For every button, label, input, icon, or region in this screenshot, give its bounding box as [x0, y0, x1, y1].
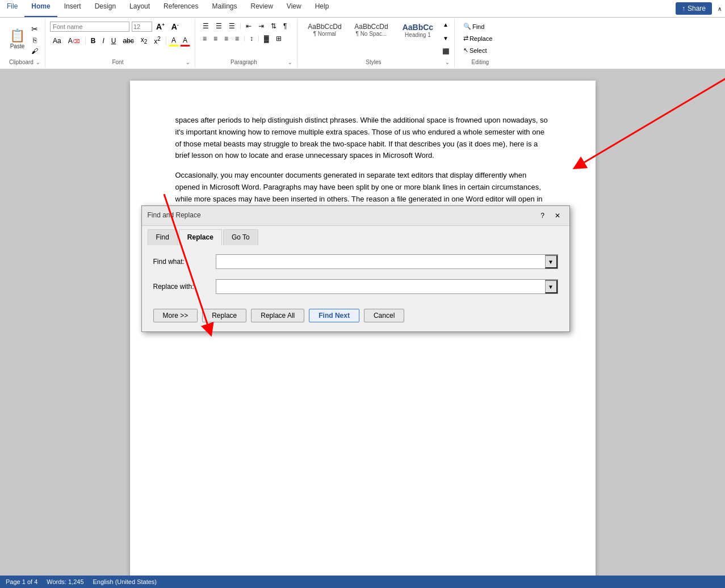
tab-home[interactable]: Home [24, 0, 57, 17]
align-center-button[interactable]: ≡ [211, 33, 220, 44]
replace-one-button[interactable]: Replace [202, 309, 246, 322]
red-arrow-heading [567, 69, 726, 188]
font-name-row: A+ A- [50, 21, 190, 32]
align-left-button[interactable]: ≡ [200, 33, 209, 44]
tab-layout[interactable]: Layout [123, 0, 157, 17]
tab-help[interactable]: Help [308, 0, 336, 17]
share-icon: ↑ [682, 5, 685, 12]
format-painter-button[interactable]: 🖌 [29, 46, 40, 56]
style-normal-preview: AaBbCcDd [306, 23, 343, 31]
font-name-input[interactable] [50, 22, 129, 32]
separator-3 [240, 23, 241, 29]
clipboard-expand-icon[interactable]: ⌄ [36, 60, 40, 65]
find-icon: 🔍 [463, 23, 471, 30]
line-spacing-button[interactable]: ↕ [247, 33, 256, 44]
tab-review[interactable]: Review [244, 0, 279, 17]
bullets-button[interactable]: ☰ [200, 21, 212, 31]
styles-scroll: AaBbCcDd ¶ Normal AaBbCcDd ¶ No Spac... … [302, 21, 441, 40]
change-case-button[interactable]: Aa [50, 36, 64, 46]
italic-button[interactable]: I [99, 36, 107, 46]
subscript-button[interactable]: x2 [138, 35, 150, 46]
styles-scroll-down-button[interactable]: ▼ [442, 35, 450, 42]
replace-all-button[interactable]: Replace All [251, 309, 304, 322]
replace-dropdown-button[interactable]: ▼ [545, 280, 558, 293]
shading-button[interactable]: ▓ [261, 33, 272, 44]
ribbon: File Home Insert Design Layout Reference… [0, 0, 725, 69]
shrink-font-button[interactable]: A- [169, 21, 182, 32]
find-what-row: Find what: ▼ [153, 254, 558, 269]
underline-button[interactable]: U [108, 36, 119, 46]
more-button[interactable]: More >> [153, 309, 198, 322]
dialog-buttons-row: More >> Replace Replace All Find Next Ca… [153, 304, 558, 322]
find-dropdown-button[interactable]: ▼ [545, 255, 558, 268]
styles-group: AaBbCcDd ¶ Normal AaBbCcDd ¶ No Spac... … [297, 19, 455, 68]
styles-expand-icon[interactable]: ⌄ [445, 60, 450, 65]
show-paragraph-button[interactable]: ¶ [280, 21, 290, 31]
style-nospace-preview: AaBbCcDd [353, 23, 390, 31]
justify-button[interactable]: ≡ [232, 33, 242, 44]
style-normal[interactable]: AaBbCcDd ¶ Normal [302, 21, 347, 40]
select-button[interactable]: ↖ Select [459, 45, 501, 56]
cut-button[interactable]: ✂ [29, 23, 40, 35]
increase-indent-button[interactable]: ⇥ [255, 21, 267, 31]
replace-input-wrap: ▼ [216, 279, 558, 294]
superscript-button[interactable]: x2 [151, 35, 164, 47]
find-next-button[interactable]: Find Next [309, 309, 359, 322]
document-page[interactable]: spaces after periods to help distinguish… [130, 81, 596, 576]
grow-font-button[interactable]: A+ [153, 21, 167, 32]
dialog-help-button[interactable]: ? [537, 209, 549, 222]
dialog-tab-replace[interactable]: Replace [179, 229, 222, 245]
replace-button[interactable]: ⇄ Replace [459, 33, 501, 44]
replace-label: Replace [470, 35, 492, 42]
align-right-button[interactable]: ≡ [221, 33, 231, 44]
decrease-indent-button[interactable]: ⇤ [243, 21, 254, 31]
dialog-tab-find[interactable]: Find [148, 229, 178, 245]
clipboard-buttons: 📋 Paste ✂ ⎘ 🖌 [7, 21, 40, 56]
font-label: Font [50, 59, 186, 65]
font-size-input[interactable] [132, 22, 152, 32]
style-heading1[interactable]: AaBbCc Heading 1 [395, 21, 441, 40]
styles-more-button[interactable]: ⬛ [442, 48, 450, 55]
numbering-button[interactable]: ☰ [213, 21, 225, 31]
tab-design[interactable]: Design [88, 0, 123, 17]
styles-row: AaBbCcDd ¶ Normal AaBbCcDd ¶ No Spac... … [302, 21, 441, 40]
strikethrough-button[interactable]: abc [120, 36, 136, 46]
dialog-body: Find what: ▼ Replace with: ▼ [142, 245, 569, 331]
bold-button[interactable]: B [88, 36, 99, 46]
tab-file[interactable]: File [0, 0, 24, 17]
paragraph-expand-icon[interactable]: ⌄ [288, 60, 292, 65]
font-color-button[interactable]: A [180, 35, 190, 47]
dialog-close-button[interactable]: ✕ [551, 209, 564, 222]
tab-view[interactable]: View [280, 0, 308, 17]
style-normal-label: ¶ Normal [306, 31, 343, 37]
ribbon-tabs: File Home Insert Design Layout Reference… [0, 0, 725, 18]
dialog-controls: ? ✕ [537, 209, 564, 222]
select-label: Select [470, 47, 487, 54]
share-button[interactable]: ↑ Share [676, 2, 712, 15]
clear-format-button[interactable]: A⌫ [65, 36, 83, 46]
find-button[interactable]: 🔍 Find [459, 21, 501, 32]
editing-label: Editing [459, 59, 501, 65]
replace-with-input[interactable] [216, 280, 545, 293]
tab-insert[interactable]: Insert [57, 0, 88, 17]
cancel-button[interactable]: Cancel [364, 309, 404, 322]
styles-scroll-up-button[interactable]: ▲ [442, 21, 450, 28]
find-what-input[interactable] [216, 255, 545, 268]
font-expand-icon[interactable]: ⌄ [186, 60, 190, 65]
borders-button[interactable]: ⊞ [273, 33, 284, 44]
tab-references[interactable]: References [157, 0, 205, 17]
style-heading1-label: Heading 1 [399, 32, 437, 38]
paste-button[interactable]: 📋 Paste [7, 27, 28, 51]
dialog-tab-goto[interactable]: Go To [223, 229, 258, 245]
style-heading1-preview: AaBbCc [399, 23, 437, 32]
font-label-row: Font ⌄ [50, 58, 190, 65]
style-nospace[interactable]: AaBbCcDd ¶ No Spac... [349, 21, 394, 40]
multilevel-button[interactable]: ☰ [226, 21, 238, 31]
sort-button[interactable]: ⇅ [268, 21, 279, 31]
tab-mailings[interactable]: Mailings [205, 0, 244, 17]
page-info: Page 1 of 4 [6, 578, 37, 585]
copy-button[interactable]: ⎘ [29, 35, 40, 45]
text-highlight-button[interactable]: A [169, 35, 179, 47]
ribbon-collapse-button[interactable]: ∧ [716, 0, 723, 17]
word-count: Words: 1,245 [47, 578, 83, 585]
